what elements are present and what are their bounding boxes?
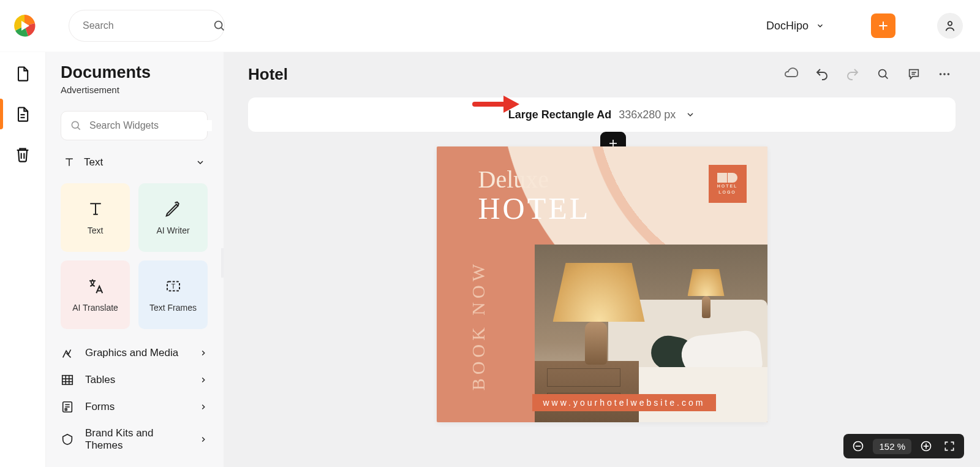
app-logo[interactable] <box>11 12 38 39</box>
workspace-switcher[interactable]: DocHipo <box>763 16 828 36</box>
hotel-logo-text1: HOTEL <box>717 184 738 189</box>
svg-point-10 <box>72 121 78 128</box>
global-search-input[interactable] <box>83 20 205 31</box>
card-ai-translate-label: AI Translate <box>72 303 118 313</box>
page-title: Hotel <box>248 65 772 84</box>
card-text-frames-label: Text Frames <box>149 303 197 313</box>
more-button[interactable] <box>933 63 956 85</box>
svg-point-28 <box>879 70 886 77</box>
cloud-sync-button[interactable] <box>780 63 802 85</box>
forms-icon <box>61 400 74 414</box>
global-search[interactable] <box>69 10 225 42</box>
rail-documents[interactable] <box>12 104 33 124</box>
card-text-label: Text <box>88 226 104 235</box>
widget-search[interactable] <box>61 111 208 140</box>
workspace-label: DocHipo <box>766 20 809 32</box>
section-text-label: Text <box>84 156 187 169</box>
rail-trash[interactable] <box>12 144 33 165</box>
pointer-arrow <box>472 93 521 115</box>
format-selector[interactable]: Large Rectangle Ad 336x280 px <box>248 97 956 132</box>
search-button[interactable] <box>872 63 894 85</box>
chevron-right-icon <box>199 435 208 444</box>
design-canvas[interactable]: HOTEL LOGO Deluxe HOTEL BOOK NOW www.you… <box>437 146 767 422</box>
comments-button[interactable] <box>903 63 925 85</box>
card-text[interactable]: Text <box>61 183 130 252</box>
rail-new-doc[interactable] <box>12 63 33 84</box>
svg-line-29 <box>885 76 888 78</box>
chevron-right-icon <box>199 376 208 384</box>
svg-point-34 <box>948 73 950 75</box>
zoom-controls: 152 % <box>843 434 964 458</box>
format-name: Large Rectangle Ad <box>508 108 611 121</box>
sidebar-subtitle: Advertisement <box>61 85 208 95</box>
section-graphics-label: Graphics and Media <box>85 347 188 359</box>
search-icon <box>70 120 82 132</box>
section-brand[interactable]: Brand Kits and Themes <box>61 427 208 452</box>
redo-button[interactable] <box>842 63 864 85</box>
widget-search-input[interactable] <box>89 120 212 131</box>
section-text[interactable]: Text <box>61 154 208 171</box>
section-forms[interactable]: Forms <box>61 400 208 414</box>
svg-point-5 <box>948 21 952 25</box>
new-document-button[interactable] <box>871 13 895 38</box>
hotel-logo-text2: LOGO <box>718 190 736 195</box>
section-graphics[interactable]: Graphics and Media <box>61 346 208 360</box>
svg-text:T: T <box>171 283 175 290</box>
chevron-down-icon <box>685 110 695 120</box>
card-ai-writer-label: AI Writer <box>156 226 189 235</box>
section-tables[interactable]: Tables <box>61 373 208 387</box>
text-icon <box>63 156 75 169</box>
zoom-value[interactable]: 152 % <box>873 439 911 454</box>
undo-button[interactable] <box>811 63 833 85</box>
zoom-in-button[interactable] <box>918 438 935 455</box>
card-ai-writer[interactable]: AI Writer <box>138 183 208 252</box>
tables-icon <box>61 373 74 387</box>
format-size: 336x280 px <box>619 108 676 121</box>
zoom-out-button[interactable] <box>850 438 867 455</box>
graphics-icon <box>61 346 74 360</box>
website-url[interactable]: www.yourhotelwebsite.com <box>532 394 717 411</box>
deluxe-text[interactable]: Deluxe <box>478 165 549 194</box>
brand-icon <box>61 433 74 446</box>
svg-line-11 <box>78 127 80 130</box>
fullscreen-button[interactable] <box>941 438 958 455</box>
chevron-down-icon <box>816 21 824 30</box>
hotel-logo[interactable]: HOTEL LOGO <box>709 165 747 203</box>
svg-rect-19 <box>62 376 73 385</box>
svg-rect-27 <box>65 409 67 411</box>
section-forms-label: Forms <box>85 401 188 413</box>
search-icon <box>213 19 226 32</box>
sidebar-title: Documents <box>61 63 208 82</box>
svg-point-33 <box>943 73 946 75</box>
svg-point-32 <box>940 73 942 75</box>
card-text-frames[interactable]: T Text Frames <box>138 260 208 329</box>
card-ai-translate[interactable]: AI Translate <box>61 260 130 329</box>
chevron-down-icon <box>195 158 205 167</box>
section-tables-label: Tables <box>85 374 188 386</box>
chevron-right-icon <box>199 349 208 357</box>
hotel-text[interactable]: HOTEL <box>478 191 591 226</box>
chevron-right-icon <box>199 403 208 411</box>
svg-line-2 <box>221 28 224 30</box>
book-now-text[interactable]: BOOK NOW <box>467 248 489 404</box>
section-brand-label: Brand Kits and Themes <box>85 427 188 452</box>
svg-point-1 <box>215 21 222 29</box>
account-button[interactable] <box>937 13 963 39</box>
